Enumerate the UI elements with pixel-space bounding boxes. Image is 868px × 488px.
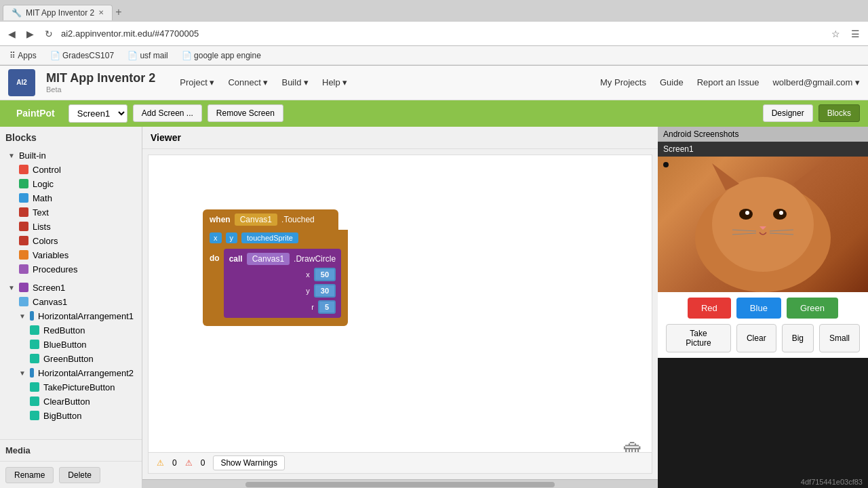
red-button-label: RedButton (43, 325, 85, 336)
block-text[interactable]: Text (16, 205, 136, 220)
user-email[interactable]: wolberd@gmail.com ▾ (772, 77, 860, 87)
app-header: AI2 MIT App Inventor 2 Beta Project ▾ Co… (0, 66, 868, 100)
blue-button-item[interactable]: BlueButton (27, 338, 136, 352)
clear-action-button[interactable]: Clear (736, 324, 776, 352)
bookmark-google[interactable]: 📄 google app engine (178, 49, 265, 62)
y-value-block[interactable]: 30 (314, 284, 336, 298)
canvas1-item[interactable]: Canvas1 (16, 295, 136, 309)
nav-project[interactable]: Project ▾ (180, 77, 214, 87)
blue-color-button[interactable]: Blue (736, 298, 781, 319)
app-container: Blocks ▼ Built-in Control Logic (0, 127, 868, 488)
toggle-icon: ▼ (8, 152, 15, 159)
nav-build[interactable]: Build ▾ (281, 77, 309, 87)
header-right: My Projects Guide Report an Issue wolber… (600, 77, 860, 87)
blocks-canvas-area[interactable]: when Canvas1 .Touched x y touchedSprite (148, 155, 652, 474)
bookmark-grades[interactable]: 📄 GradesCS107 (46, 49, 118, 62)
take-picture-action-button[interactable]: Take Picture (666, 324, 731, 352)
delete-button[interactable]: Delete (59, 467, 100, 483)
variables-icon (19, 250, 28, 260)
active-tab[interactable]: 🔧 MIT App Inventor 2 ✕ (3, 5, 113, 20)
y-value-label: y (306, 287, 310, 295)
header-nav: Project ▾ Connect ▾ Build ▾ Help ▾ (180, 77, 347, 87)
block-variables[interactable]: Variables (16, 248, 136, 262)
tab-favicon: 🔧 (12, 8, 22, 18)
block-colors[interactable]: Colors (16, 234, 136, 248)
control-label: Control (33, 165, 61, 175)
big-button-label: BigButton (43, 411, 81, 421)
bookmark-usfmail[interactable]: 📄 usf mail (123, 49, 172, 62)
new-tab-button[interactable]: + (115, 6, 121, 18)
touched-event-label: .Touched (281, 215, 315, 224)
scrollbar-thumb[interactable] (245, 482, 555, 487)
x-value-block[interactable]: 50 (314, 268, 336, 281)
warnings-count: 0 (172, 458, 177, 468)
tab-close-button[interactable]: ✕ (98, 9, 104, 16)
when-canvas-touched-block[interactable]: when Canvas1 .Touched x y touchedSprite (203, 209, 348, 326)
show-warnings-button[interactable]: Show Warnings (213, 455, 285, 470)
clear-button-label: ClearButton (43, 396, 90, 407)
r-value-block[interactable]: 5 (318, 300, 336, 314)
nav-help[interactable]: Help ▾ (322, 77, 347, 87)
svg-point-1 (712, 177, 814, 272)
take-picture-button-item[interactable]: TakePictureButton (27, 380, 136, 394)
reload-button[interactable]: ↻ (42, 27, 56, 41)
blocks-title: Blocks (5, 132, 136, 143)
report-issue-link[interactable]: Report an Issue (697, 77, 760, 87)
url-input[interactable] (61, 28, 823, 39)
status-bar: ⚠ 0 ⚠ 0 Show Warnings (149, 452, 652, 473)
math-icon (19, 193, 28, 203)
block-procedures[interactable]: Procedures (16, 262, 136, 277)
big-button-item[interactable]: BigButton (27, 409, 136, 423)
rename-delete-bar: Rename Delete (0, 461, 142, 488)
ha2-icon (30, 368, 34, 378)
green-button-label: GreenButton (43, 354, 94, 364)
designer-button[interactable]: Designer (763, 104, 813, 122)
clear-button-item[interactable]: ClearButton (27, 394, 136, 409)
ha2-toggle: ▼ (19, 369, 26, 377)
block-math[interactable]: Math (16, 191, 136, 205)
red-button-item[interactable]: RedButton (27, 323, 136, 338)
screen1-toggle[interactable]: ▼ Screen1 (5, 281, 136, 295)
bookmark-apps[interactable]: ⠿ Apps (5, 49, 41, 62)
nav-connect[interactable]: Connect ▾ (228, 77, 268, 87)
blocks-canvas[interactable]: when Canvas1 .Touched x y touchedSprite (149, 155, 652, 473)
green-button-item[interactable]: GreenButton (27, 352, 136, 366)
logic-icon (19, 179, 28, 188)
cat-image (658, 157, 868, 292)
add-screen-button[interactable]: Add Screen ... (133, 104, 202, 122)
block-logic[interactable]: Logic (16, 177, 136, 191)
back-button[interactable]: ◀ (5, 27, 18, 41)
svg-point-6 (745, 211, 749, 215)
blue-button-label: BlueButton (43, 340, 87, 350)
math-label: Math (33, 193, 52, 203)
warning-icon: ⚠ (157, 458, 164, 468)
canvas1-dropdown[interactable]: Canvas1 (235, 214, 277, 226)
green-color-button[interactable]: Green (787, 298, 838, 319)
forward-button[interactable]: ▶ (24, 27, 37, 41)
canvas1-call-dropdown[interactable]: Canvas1 (247, 253, 290, 265)
big-action-button[interactable]: Big (782, 324, 814, 352)
horizontal-scrollbar[interactable] (142, 479, 658, 488)
guide-link[interactable]: Guide (660, 77, 684, 87)
my-projects-link[interactable]: My Projects (600, 77, 646, 87)
built-in-label: Built-in (19, 150, 46, 161)
app-subtitle: Beta (46, 85, 155, 94)
when-keyword: when (210, 215, 231, 224)
blocks-panel: Blocks ▼ Built-in Control Logic (0, 127, 142, 439)
r-value-row: r 5 (229, 300, 336, 314)
remove-screen-button[interactable]: Remove Screen (208, 104, 283, 122)
built-in-toggle[interactable]: ▼ Built-in (5, 148, 136, 163)
menu-button[interactable]: ☰ (848, 27, 863, 41)
blocks-button[interactable]: Blocks (818, 104, 860, 122)
screen-selector[interactable]: Screen1 (68, 104, 127, 123)
block-control[interactable]: Control (16, 163, 136, 177)
horizontal-arrangement2-item[interactable]: ▼ HorizontalArrangement2 (16, 366, 136, 380)
horizontal-arrangement1-item[interactable]: ▼ HorizontalArrangement1 (16, 309, 136, 323)
rename-button[interactable]: Rename (5, 467, 54, 483)
bookmarks-bar: ⠿ Apps 📄 GradesCS107 📄 usf mail 📄 google… (0, 46, 868, 65)
small-action-button[interactable]: Small (819, 324, 860, 352)
phone-footer: 4df715441e03cf83 (658, 475, 868, 488)
block-lists[interactable]: Lists (16, 220, 136, 234)
red-color-button[interactable]: Red (688, 298, 731, 319)
bookmark-button[interactable]: ☆ (829, 27, 843, 41)
